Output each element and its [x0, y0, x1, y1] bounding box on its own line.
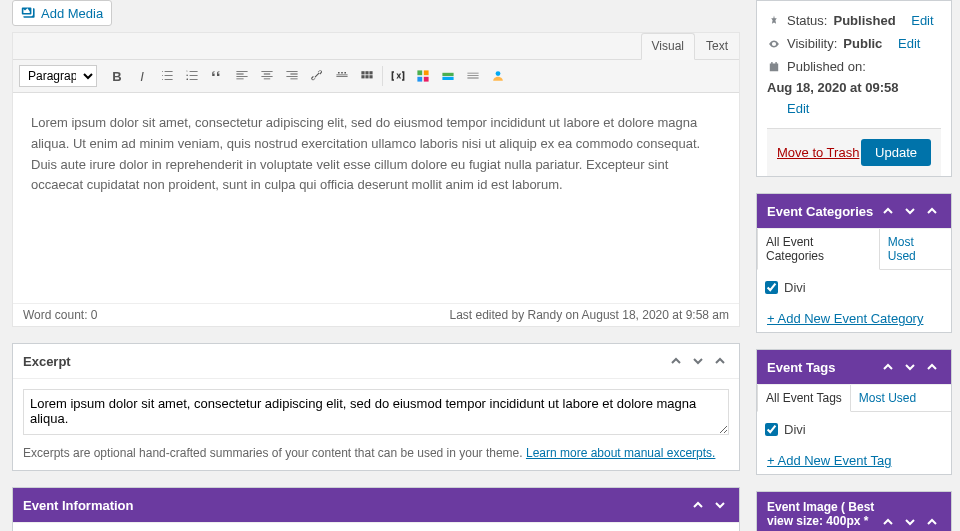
- status-row: Status: Published Edit: [767, 9, 941, 32]
- event-time-date-label: Time & Date: [13, 523, 739, 531]
- publish-box: Status: Published Edit Visibility: Publi…: [756, 0, 952, 177]
- category-item[interactable]: Divi: [765, 278, 943, 297]
- svg-rect-1: [365, 71, 368, 74]
- media-icon: [21, 5, 37, 21]
- panel-toggle-icon[interactable]: [711, 352, 729, 370]
- svg-rect-4: [365, 75, 368, 78]
- module-button[interactable]: [411, 64, 435, 88]
- align-center-button[interactable]: [255, 64, 279, 88]
- excerpt-textarea[interactable]: Lorem ipsum dolor sit amet, consectetur …: [23, 389, 729, 435]
- excerpt-help: Excerpts are optional hand-crafted summa…: [23, 446, 729, 460]
- svg-rect-3: [361, 75, 364, 78]
- editor-toolbar: Paragraph B I: [13, 60, 739, 93]
- svg-rect-9: [424, 77, 429, 82]
- eye-icon: [767, 37, 781, 51]
- svg-rect-7: [424, 70, 429, 75]
- pin-icon: [767, 14, 781, 28]
- bullet-list-button[interactable]: [155, 64, 179, 88]
- tab-text[interactable]: Text: [695, 33, 739, 59]
- svg-point-12: [496, 71, 501, 76]
- editor-container: Visual Text Paragraph B I Lorem ipsum do…: [12, 32, 740, 327]
- panel-down-icon[interactable]: [901, 202, 919, 220]
- panel-up-icon[interactable]: [689, 496, 707, 514]
- add-category-link[interactable]: + Add New Event Category: [757, 305, 951, 332]
- tag-checkbox[interactable]: [765, 423, 778, 436]
- excerpt-panel: Excerpt Lorem ipsum dolor sit amet, cons…: [12, 343, 740, 471]
- user-button[interactable]: [486, 64, 510, 88]
- panel-up-icon[interactable]: [667, 352, 685, 370]
- svg-rect-0: [361, 71, 364, 74]
- tag-item[interactable]: Divi: [765, 420, 943, 439]
- event-categories-title: Event Categories: [767, 204, 873, 219]
- update-button[interactable]: Update: [861, 139, 931, 166]
- panel-down-icon[interactable]: [901, 513, 919, 531]
- panel-toggle-icon[interactable]: [923, 202, 941, 220]
- text-color-button[interactable]: [461, 64, 485, 88]
- svg-rect-10: [442, 73, 453, 76]
- toolbar-toggle-button[interactable]: [355, 64, 379, 88]
- excerpt-help-link[interactable]: Learn more about manual excerpts.: [526, 446, 715, 460]
- panel-toggle-icon[interactable]: [923, 513, 941, 531]
- add-media-label: Add Media: [41, 6, 103, 21]
- event-info-panel: Event Information Time & Date: [12, 487, 740, 531]
- add-media-button[interactable]: Add Media: [12, 0, 112, 26]
- edit-status-link[interactable]: Edit: [911, 13, 933, 28]
- svg-rect-8: [417, 77, 422, 82]
- panel-up-icon[interactable]: [879, 358, 897, 376]
- event-image-panel: Event Image ( Best view size: 400px * 40…: [756, 491, 952, 531]
- svg-rect-5: [369, 75, 372, 78]
- number-list-button[interactable]: [180, 64, 204, 88]
- event-image-title: Event Image ( Best view size: 400px * 40…: [767, 500, 879, 531]
- tab-most-used-tags[interactable]: Most Used: [851, 385, 924, 411]
- format-select[interactable]: Paragraph: [19, 65, 97, 87]
- panel-up-icon[interactable]: [879, 202, 897, 220]
- event-categories-panel: Event Categories All Event Categories Mo…: [756, 193, 952, 333]
- layout-button[interactable]: [436, 64, 460, 88]
- align-right-button[interactable]: [280, 64, 304, 88]
- tab-all-categories[interactable]: All Event Categories: [757, 229, 880, 270]
- edit-published-link[interactable]: Edit: [787, 101, 941, 116]
- panel-up-icon[interactable]: [879, 513, 897, 531]
- blockquote-button[interactable]: [205, 64, 229, 88]
- more-button[interactable]: [330, 64, 354, 88]
- italic-button[interactable]: I: [130, 64, 154, 88]
- tab-visual[interactable]: Visual: [641, 33, 695, 60]
- word-count: Word count: 0: [23, 308, 97, 322]
- svg-rect-6: [417, 70, 422, 75]
- svg-rect-11: [442, 77, 453, 80]
- link-button[interactable]: [305, 64, 329, 88]
- last-edited: Last edited by Randy on August 18, 2020 …: [449, 308, 729, 322]
- visibility-row: Visibility: Public Edit: [767, 32, 941, 55]
- event-tags-panel: Event Tags All Event Tags Most Used Divi…: [756, 349, 952, 475]
- published-row: Published on: Aug 18, 2020 at 09:58 Edit: [767, 55, 941, 120]
- editor-content[interactable]: Lorem ipsum dolor sit amet, consectetur …: [13, 93, 739, 303]
- calendar-icon: [767, 60, 781, 74]
- event-tags-title: Event Tags: [767, 360, 835, 375]
- tab-most-used-categories[interactable]: Most Used: [880, 229, 951, 269]
- category-checkbox[interactable]: [765, 281, 778, 294]
- edit-visibility-link[interactable]: Edit: [898, 36, 920, 51]
- excerpt-title: Excerpt: [23, 354, 71, 369]
- panel-down-icon[interactable]: [689, 352, 707, 370]
- panel-down-icon[interactable]: [711, 496, 729, 514]
- tab-all-tags[interactable]: All Event Tags: [757, 385, 851, 412]
- panel-down-icon[interactable]: [901, 358, 919, 376]
- svg-rect-2: [369, 71, 372, 74]
- add-tag-link[interactable]: + Add New Event Tag: [757, 447, 951, 474]
- shortcode-button[interactable]: [386, 64, 410, 88]
- editor-status-bar: Word count: 0 Last edited by Randy on Au…: [13, 303, 739, 326]
- move-to-trash-link[interactable]: Move to Trash: [777, 145, 859, 160]
- editor-mode-tabs: Visual Text: [13, 33, 739, 60]
- align-left-button[interactable]: [230, 64, 254, 88]
- panel-toggle-icon[interactable]: [923, 358, 941, 376]
- bold-button[interactable]: B: [105, 64, 129, 88]
- event-info-title: Event Information: [23, 498, 134, 513]
